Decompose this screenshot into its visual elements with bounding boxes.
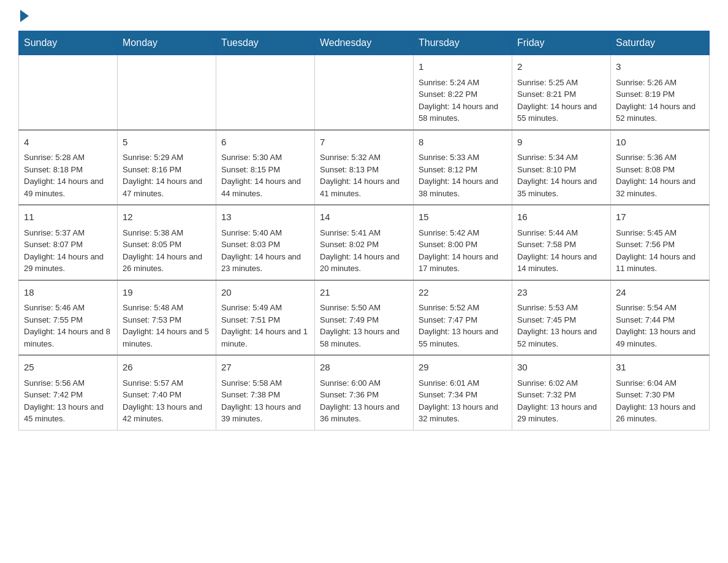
calendar-day-cell: 3Sunrise: 5:26 AMSunset: 8:19 PMDaylight… bbox=[611, 55, 710, 130]
daylight-text: Daylight: 14 hours and 1 minute. bbox=[221, 327, 308, 348]
day-number: 22 bbox=[419, 286, 507, 300]
sunset-text: Sunset: 7:38 PM bbox=[221, 390, 280, 399]
sunset-text: Sunset: 7:49 PM bbox=[320, 315, 379, 324]
daylight-text: Daylight: 14 hours and 14 minutes. bbox=[517, 252, 597, 274]
calendar-day-cell bbox=[19, 55, 118, 130]
sunrise-text: Sunrise: 5:25 AM bbox=[517, 78, 578, 87]
daylight-text: Daylight: 13 hours and 42 minutes. bbox=[123, 402, 202, 424]
sunset-text: Sunset: 7:32 PM bbox=[517, 390, 576, 399]
calendar-day-cell: 23Sunrise: 5:53 AMSunset: 7:45 PMDayligh… bbox=[512, 280, 611, 356]
day-number: 26 bbox=[123, 361, 211, 375]
sunrise-text: Sunrise: 5:38 AM bbox=[123, 228, 183, 237]
day-number: 23 bbox=[517, 286, 605, 300]
calendar-day-cell: 28Sunrise: 6:00 AMSunset: 7:36 PMDayligh… bbox=[315, 355, 414, 430]
sunrise-text: Sunrise: 5:48 AM bbox=[123, 303, 183, 312]
calendar-day-cell: 14Sunrise: 5:41 AMSunset: 8:02 PMDayligh… bbox=[315, 205, 414, 280]
sunrise-text: Sunrise: 5:29 AM bbox=[123, 153, 183, 162]
calendar-week-row: 11Sunrise: 5:37 AMSunset: 8:07 PMDayligh… bbox=[19, 205, 710, 280]
day-number: 16 bbox=[517, 210, 605, 224]
sunrise-text: Sunrise: 5:36 AM bbox=[616, 153, 677, 162]
sunrise-text: Sunrise: 5:28 AM bbox=[24, 153, 85, 162]
sunset-text: Sunset: 8:19 PM bbox=[616, 90, 675, 99]
day-of-week-header: Wednesday bbox=[315, 31, 414, 55]
day-number: 1 bbox=[419, 60, 507, 74]
day-number: 25 bbox=[24, 361, 112, 375]
daylight-text: Daylight: 14 hours and 32 minutes. bbox=[616, 177, 696, 198]
logo-arrow-icon bbox=[20, 10, 29, 22]
sunset-text: Sunset: 8:12 PM bbox=[419, 165, 477, 174]
sunrise-text: Sunrise: 5:26 AM bbox=[616, 78, 677, 87]
calendar-week-row: 4Sunrise: 5:28 AMSunset: 8:18 PMDaylight… bbox=[19, 130, 710, 205]
daylight-text: Daylight: 14 hours and 5 minutes. bbox=[123, 327, 209, 348]
day-number: 6 bbox=[221, 136, 309, 150]
calendar-day-cell: 22Sunrise: 5:52 AMSunset: 7:47 PMDayligh… bbox=[414, 280, 512, 356]
sunrise-text: Sunrise: 5:57 AM bbox=[123, 378, 183, 388]
sunset-text: Sunset: 7:53 PM bbox=[123, 315, 181, 324]
day-of-week-header: Monday bbox=[118, 31, 216, 55]
day-number: 4 bbox=[24, 136, 112, 150]
daylight-text: Daylight: 13 hours and 45 minutes. bbox=[24, 402, 104, 424]
day-number: 13 bbox=[221, 210, 309, 224]
calendar-day-cell: 11Sunrise: 5:37 AMSunset: 8:07 PMDayligh… bbox=[19, 205, 118, 280]
sunrise-text: Sunrise: 6:04 AM bbox=[616, 378, 677, 388]
sunset-text: Sunset: 7:34 PM bbox=[419, 390, 477, 399]
calendar-day-cell: 18Sunrise: 5:46 AMSunset: 7:55 PMDayligh… bbox=[19, 280, 118, 356]
daylight-text: Daylight: 14 hours and 20 minutes. bbox=[320, 252, 400, 274]
sunrise-text: Sunrise: 6:01 AM bbox=[419, 378, 479, 388]
calendar-day-cell: 30Sunrise: 6:02 AMSunset: 7:32 PMDayligh… bbox=[512, 355, 611, 430]
daylight-text: Daylight: 13 hours and 52 minutes. bbox=[517, 327, 597, 348]
calendar-day-cell: 19Sunrise: 5:48 AMSunset: 7:53 PMDayligh… bbox=[118, 280, 216, 356]
sunset-text: Sunset: 7:42 PM bbox=[24, 390, 83, 399]
calendar-day-cell: 2Sunrise: 5:25 AMSunset: 8:21 PMDaylight… bbox=[512, 55, 611, 130]
daylight-text: Daylight: 13 hours and 36 minutes. bbox=[320, 402, 400, 424]
day-number: 10 bbox=[616, 136, 704, 150]
calendar-day-cell: 25Sunrise: 5:56 AMSunset: 7:42 PMDayligh… bbox=[19, 355, 118, 430]
sunset-text: Sunset: 7:58 PM bbox=[517, 240, 576, 249]
sunrise-text: Sunrise: 5:56 AM bbox=[24, 378, 85, 388]
sunrise-text: Sunrise: 5:37 AM bbox=[24, 228, 85, 237]
daylight-text: Daylight: 14 hours and 44 minutes. bbox=[221, 177, 301, 198]
calendar-day-cell: 5Sunrise: 5:29 AMSunset: 8:16 PMDaylight… bbox=[118, 130, 216, 205]
day-of-week-header: Tuesday bbox=[216, 31, 315, 55]
calendar-day-cell: 27Sunrise: 5:58 AMSunset: 7:38 PMDayligh… bbox=[216, 355, 315, 430]
sunset-text: Sunset: 7:47 PM bbox=[419, 315, 477, 324]
daylight-text: Daylight: 13 hours and 49 minutes. bbox=[616, 327, 696, 348]
sunset-text: Sunset: 7:44 PM bbox=[616, 315, 675, 324]
day-number: 20 bbox=[221, 286, 309, 300]
sunset-text: Sunset: 8:00 PM bbox=[419, 240, 477, 249]
page-header bbox=[18, 12, 710, 21]
sunrise-text: Sunrise: 5:24 AM bbox=[419, 78, 479, 87]
day-of-week-header: Friday bbox=[512, 31, 611, 55]
sunset-text: Sunset: 7:56 PM bbox=[616, 240, 675, 249]
day-of-week-header: Sunday bbox=[19, 31, 118, 55]
sunrise-text: Sunrise: 5:53 AM bbox=[517, 303, 578, 312]
daylight-text: Daylight: 14 hours and 11 minutes. bbox=[616, 252, 696, 274]
day-number: 15 bbox=[419, 210, 507, 224]
sunrise-text: Sunrise: 5:40 AM bbox=[221, 228, 282, 237]
sunrise-text: Sunrise: 6:00 AM bbox=[320, 378, 381, 388]
day-number: 7 bbox=[320, 136, 408, 150]
day-of-week-header: Saturday bbox=[611, 31, 710, 55]
sunset-text: Sunset: 7:55 PM bbox=[24, 315, 83, 324]
day-number: 3 bbox=[616, 60, 704, 74]
calendar-day-cell bbox=[315, 55, 414, 130]
day-number: 28 bbox=[320, 361, 408, 375]
day-number: 17 bbox=[616, 210, 704, 224]
daylight-text: Daylight: 14 hours and 52 minutes. bbox=[616, 102, 696, 123]
calendar-week-row: 1Sunrise: 5:24 AMSunset: 8:22 PMDaylight… bbox=[19, 55, 710, 130]
daylight-text: Daylight: 14 hours and 38 minutes. bbox=[419, 177, 498, 198]
day-number: 14 bbox=[320, 210, 408, 224]
calendar-day-cell bbox=[118, 55, 216, 130]
sunset-text: Sunset: 8:18 PM bbox=[24, 165, 83, 174]
sunset-text: Sunset: 8:10 PM bbox=[517, 165, 576, 174]
calendar-day-cell: 7Sunrise: 5:32 AMSunset: 8:13 PMDaylight… bbox=[315, 130, 414, 205]
calendar-day-cell: 9Sunrise: 5:34 AMSunset: 8:10 PMDaylight… bbox=[512, 130, 611, 205]
daylight-text: Daylight: 13 hours and 55 minutes. bbox=[419, 327, 498, 348]
calendar-day-cell bbox=[216, 55, 315, 130]
daylight-text: Daylight: 13 hours and 26 minutes. bbox=[616, 402, 696, 424]
day-number: 18 bbox=[24, 286, 112, 300]
sunset-text: Sunset: 8:16 PM bbox=[123, 165, 181, 174]
daylight-text: Daylight: 14 hours and 55 minutes. bbox=[517, 102, 597, 123]
calendar-day-cell: 26Sunrise: 5:57 AMSunset: 7:40 PMDayligh… bbox=[118, 355, 216, 430]
calendar-day-cell: 13Sunrise: 5:40 AMSunset: 8:03 PMDayligh… bbox=[216, 205, 315, 280]
